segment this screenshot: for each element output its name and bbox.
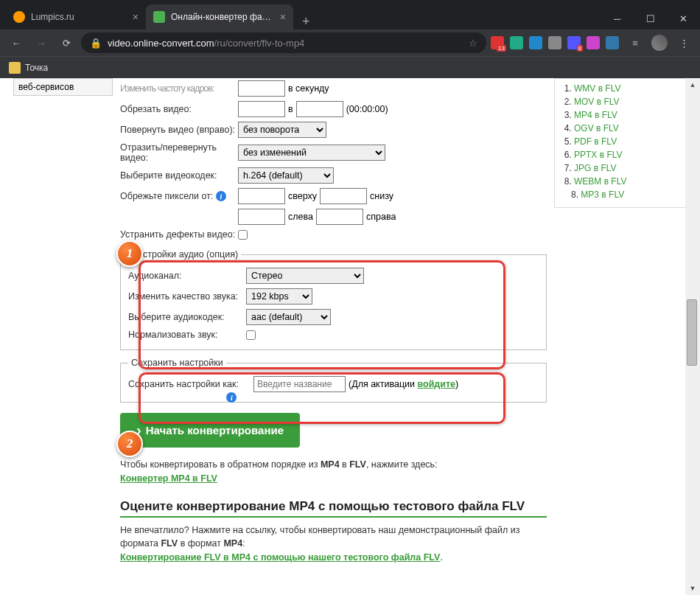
px-bottom-input[interactable] xyxy=(320,188,367,204)
scrollbar[interactable]: ▲ ▼ xyxy=(685,78,700,595)
tab-title: Lumpics.ru xyxy=(31,12,128,22)
ext-icon[interactable] xyxy=(510,36,523,49)
tab-title: Онлайн-конвертер файлов FLV xyxy=(171,12,276,22)
vcodec-label: Выберите видеокодек: xyxy=(120,170,238,181)
list-item: 8. MP3 в FLV xyxy=(571,188,680,201)
px-right-input[interactable] xyxy=(316,209,363,225)
tab-active[interactable]: Онлайн-конвертер файлов FLV × xyxy=(146,4,293,29)
ext-icon[interactable]: 13 xyxy=(491,36,504,49)
list-item: MOV в FLV xyxy=(574,95,680,108)
audio-fieldset: Настройки аудио (опция) Аудиоканал: Стер… xyxy=(120,249,547,350)
ext-icon[interactable] xyxy=(587,36,600,49)
crop-hint: (00:00:00) xyxy=(346,104,388,114)
close-icon[interactable]: × xyxy=(133,11,139,23)
ext-icon[interactable] xyxy=(529,36,542,49)
crop-label: Обрезать видео: xyxy=(120,104,238,114)
page-content: веб-сервисов Изменить частоту кадров: в … xyxy=(0,78,700,595)
conv-link[interactable]: OGV в FLV xyxy=(574,123,619,133)
flip-label: Отразить/перевернуть видео: xyxy=(120,142,238,163)
info-icon[interactable]: i xyxy=(216,191,226,201)
crop-end-input[interactable] xyxy=(296,101,343,117)
new-tab-button[interactable]: + xyxy=(293,14,319,29)
favicon xyxy=(153,11,165,23)
conv-link[interactable]: MOV в FLV xyxy=(574,97,620,107)
profile-avatar[interactable] xyxy=(651,35,668,51)
info-icon[interactable]: i xyxy=(226,392,237,403)
star-icon[interactable]: ☆ xyxy=(469,38,477,49)
close-icon[interactable]: × xyxy=(280,11,286,23)
favicon xyxy=(13,11,25,23)
menu-button[interactable]: ⋮ xyxy=(673,32,694,53)
reverse-link[interactable]: Конвертер MP4 в FLV xyxy=(120,473,217,484)
window-controls: ─ ☐ ✕ xyxy=(601,7,700,29)
highlight-badge-1: 1 xyxy=(116,240,143,267)
scroll-thumb[interactable] xyxy=(687,299,697,366)
bookmark-item[interactable]: Точка xyxy=(9,62,48,74)
crop-start-input[interactable] xyxy=(238,101,285,117)
conversion-list: WMV в FLV MOV в FLV MP4 в FLV OGV в FLV … xyxy=(554,78,687,208)
main-content: Изменить частоту кадров: в секунду Обрез… xyxy=(120,78,547,565)
ext-icon[interactable] xyxy=(606,36,619,49)
acodec-label: Выберите аудиокодек: xyxy=(128,312,246,322)
conv-link[interactable]: JPG в FLV xyxy=(574,163,617,173)
save-legend: Сохранить настройки xyxy=(128,358,226,368)
ext-icon[interactable] xyxy=(548,36,561,49)
extensions: 13 8 ≡ ⋮ xyxy=(491,32,694,53)
defects-checkbox[interactable] xyxy=(238,230,248,240)
px-top-input[interactable] xyxy=(238,188,285,204)
acodec-select[interactable]: aac (default) xyxy=(246,309,331,325)
audio-legend: Настройки аудио (опция) xyxy=(128,249,241,260)
reading-list-icon[interactable]: ≡ xyxy=(625,32,645,53)
left-sidebar-item[interactable]: веб-сервисов xyxy=(13,78,113,96)
folder-icon xyxy=(9,62,21,74)
fps-input[interactable] xyxy=(238,80,285,97)
reload-button[interactable]: ⟳ xyxy=(56,32,77,53)
right-sidebar: WMV в FLV MOV в FLV MP4 в FLV OGV в FLV … xyxy=(554,78,687,565)
close-button[interactable]: ✕ xyxy=(667,7,700,29)
left-sidebar: веб-сервисов xyxy=(13,78,113,565)
lock-icon: 🔒 xyxy=(90,38,102,49)
save-label: Сохранить настройки как: i xyxy=(128,379,253,390)
conv-link[interactable]: MP4 в FLV xyxy=(574,110,617,120)
conv-link[interactable]: WMV в FLV xyxy=(574,83,621,94)
rotate-select[interactable]: без поворота xyxy=(238,122,326,138)
save-name-input[interactable] xyxy=(253,376,346,392)
back-button[interactable]: ← xyxy=(6,32,27,53)
vcodec-select[interactable]: h.264 (default) xyxy=(238,167,334,184)
save-fieldset: Сохранить настройки Сохранить настройки … xyxy=(120,358,547,403)
demo-text: Не впечатлило? Нажмите на ссылку, чтобы … xyxy=(120,523,547,565)
highlight-badge-2: 2 xyxy=(116,431,143,457)
list-item: WEBM в FLV xyxy=(574,175,680,188)
list-item: PPTX в FLV xyxy=(574,148,680,161)
login-link[interactable]: войдите xyxy=(417,379,455,389)
maximize-button[interactable]: ☐ xyxy=(634,7,667,29)
pxcrop-label: Обрежьте пиксели от: i xyxy=(120,191,238,202)
quality-label: Изменить качество звука: xyxy=(128,291,246,302)
channel-label: Аудиоканал: xyxy=(128,271,246,281)
rate-heading: Оцените конвертирование MP4 с помощью те… xyxy=(120,499,547,518)
rotate-label: Повернуть видео (вправо): xyxy=(120,125,238,135)
minimize-button[interactable]: ─ xyxy=(601,7,634,29)
ext-icon[interactable]: 8 xyxy=(567,36,581,49)
browser-titlebar: Lumpics.ru × Онлайн-конвертер файлов FLV… xyxy=(0,0,700,29)
demo-link[interactable]: Конвертирование FLV в MP4 с помощью наше… xyxy=(120,552,440,563)
url-path: /ru/convert/flv-to-mp4 xyxy=(214,38,305,49)
conv-link[interactable]: PDF в FLV xyxy=(574,136,617,147)
px-left-input[interactable] xyxy=(238,209,285,225)
forward-button[interactable]: → xyxy=(31,32,52,53)
conv-link[interactable]: PPTX в FLV xyxy=(574,150,623,160)
defects-label: Устранить дефекты видео: xyxy=(120,229,238,240)
url-domain: video.online-convert.com xyxy=(108,38,214,49)
start-convert-button[interactable]: Начать конвертирование xyxy=(120,413,300,448)
tab-inactive[interactable]: Lumpics.ru × xyxy=(6,4,146,29)
conv-link[interactable]: WEBM в FLV xyxy=(574,176,627,187)
scroll-down-button[interactable]: ▼ xyxy=(685,582,700,595)
list-item: JPG в FLV xyxy=(574,161,680,175)
flip-select[interactable]: без изменений xyxy=(238,145,385,161)
channel-select[interactable]: Стерео xyxy=(246,268,364,284)
scroll-up-button[interactable]: ▲ xyxy=(685,78,700,91)
normalize-checkbox[interactable] xyxy=(246,330,256,340)
conv-link[interactable]: MP3 в FLV xyxy=(581,189,624,200)
quality-select[interactable]: 192 kbps xyxy=(246,288,312,305)
address-bar[interactable]: 🔒 video.online-convert.com/ru/convert/fl… xyxy=(81,32,486,53)
